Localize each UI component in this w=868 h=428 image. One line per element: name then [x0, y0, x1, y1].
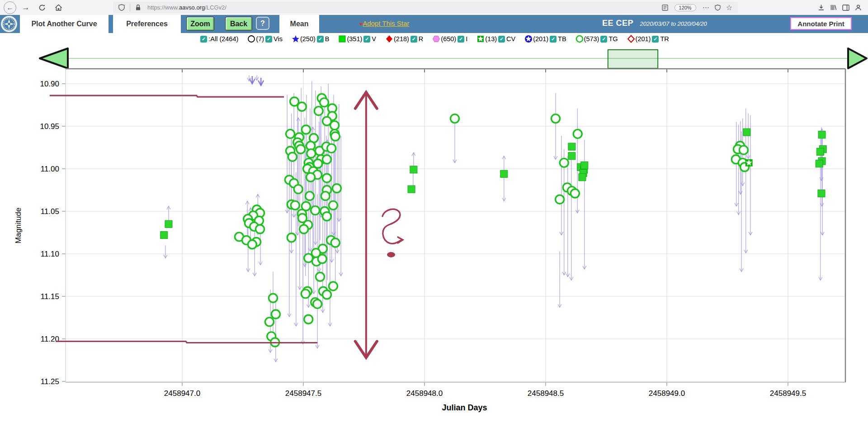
reader-view-icon[interactable]	[662, 5, 668, 11]
data-point-TG[interactable]	[571, 189, 579, 198]
library-icon[interactable]	[830, 4, 837, 11]
legend-checkbox-cv[interactable]: ✓	[498, 36, 505, 43]
data-point-TG[interactable]	[313, 300, 322, 308]
data-point-TG[interactable]	[307, 173, 315, 181]
data-point-TG[interactable]	[314, 107, 323, 115]
data-point-TG[interactable]	[322, 155, 331, 164]
data-point-TG[interactable]	[318, 255, 326, 263]
data-point-TG[interactable]	[321, 192, 330, 200]
legend-checkbox-tr[interactable]: ✓	[652, 36, 659, 43]
browser-chrome: ← → https://www.aavso.org/LCGv2/ 120% ⋯ …	[0, 0, 868, 15]
data-point-TG[interactable]	[287, 233, 296, 242]
data-point-TG[interactable]	[332, 184, 341, 193]
back-button[interactable]: Back	[225, 17, 252, 31]
data-point-TG[interactable]	[330, 121, 339, 130]
data-point-TG[interactable]	[322, 212, 331, 221]
data-point-V[interactable]	[743, 128, 750, 136]
legend-label: TR	[660, 35, 669, 43]
data-point-TG[interactable]	[297, 145, 305, 153]
url-bar[interactable]: https://www.aavso.org/LCGv2/ 120% ⋯ ☆	[113, 2, 738, 13]
legend-marker-tb-icon	[524, 35, 533, 43]
data-point-TG[interactable]	[286, 129, 295, 138]
data-point-TG[interactable]	[451, 114, 459, 123]
data-point-TG[interactable]	[739, 146, 748, 154]
data-point-V[interactable]	[408, 185, 415, 193]
legend-checkbox-vis[interactable]: ✓	[265, 36, 272, 43]
mean-button[interactable]: Mean	[279, 15, 319, 33]
data-point-TG[interactable]	[322, 290, 331, 299]
data-point-TG[interactable]	[256, 225, 264, 233]
data-point-TG[interactable]	[307, 149, 316, 158]
data-point-TG[interactable]	[331, 238, 340, 247]
data-point-TG[interactable]	[269, 294, 278, 302]
scroll-left-arrow[interactable]	[40, 48, 68, 68]
data-point-TG[interactable]	[291, 201, 299, 209]
data-point-TG[interactable]	[329, 201, 337, 209]
data-point-TG[interactable]	[329, 282, 337, 290]
zoom-level-button[interactable]: 120%	[675, 4, 696, 11]
data-point-V[interactable]	[579, 174, 586, 181]
data-point-TG[interactable]	[302, 125, 310, 134]
save-shield-icon[interactable]	[715, 5, 721, 11]
browser-forward-button[interactable]: →	[19, 2, 33, 14]
data-point-TG[interactable]	[560, 158, 568, 167]
data-point-TG[interactable]	[556, 195, 564, 204]
legend-checkbox-b[interactable]: ✓	[317, 36, 324, 43]
data-point-TG[interactable]	[551, 114, 560, 123]
data-point-TG[interactable]	[316, 272, 324, 281]
data-point-TG[interactable]	[305, 192, 314, 200]
data-point-V[interactable]	[165, 220, 172, 228]
data-point-V[interactable]	[500, 170, 508, 177]
legend-checkbox-v[interactable]: ✓	[363, 36, 370, 43]
data-point-V[interactable]	[160, 232, 168, 239]
data-point-TG[interactable]	[311, 206, 320, 215]
data-point-TG[interactable]	[331, 132, 340, 141]
data-point-TG[interactable]	[301, 290, 310, 298]
data-point-TG[interactable]	[265, 318, 274, 326]
data-point-V[interactable]	[581, 162, 588, 169]
browser-home-button[interactable]	[52, 2, 65, 14]
scroll-right-arrow[interactable]	[848, 48, 867, 68]
annotate-print-button[interactable]: Annotate Print	[790, 17, 852, 30]
browser-back-button[interactable]: ←	[4, 1, 16, 14]
data-point-V[interactable]	[816, 160, 823, 167]
light-curve-plot[interactable]: 10.9010.9511.0011.0511.1011.1511.2011.25…	[0, 0, 868, 428]
data-point-TG[interactable]	[573, 129, 582, 138]
data-point-TG[interactable]	[300, 225, 308, 233]
data-point-V[interactable]	[568, 143, 576, 150]
bookmark-star-icon[interactable]: ☆	[726, 3, 732, 12]
zoom-button[interactable]: Zoom	[186, 17, 214, 31]
data-point-V[interactable]	[816, 148, 824, 155]
data-point-V[interactable]	[568, 152, 576, 160]
preferences-button[interactable]: Preferences	[113, 15, 181, 33]
legend-count: (218)	[394, 35, 409, 43]
data-point-TG[interactable]	[327, 144, 336, 152]
legend-checkbox-i[interactable]: ✓	[458, 36, 464, 43]
data-point-TG[interactable]	[320, 98, 329, 107]
legend-checkbox-all[interactable]: ✓	[200, 36, 207, 43]
adopt-this-star-link[interactable]: ♥Adopt This Star	[359, 19, 409, 27]
data-point-V[interactable]	[818, 131, 826, 138]
legend-checkbox-tb[interactable]: ✓	[550, 36, 557, 43]
navigator-window[interactable]	[608, 50, 658, 68]
data-point-TG[interactable]	[271, 310, 280, 319]
legend-checkbox-r[interactable]: ✓	[410, 36, 417, 43]
data-point-TG[interactable]	[304, 315, 313, 323]
data-point-TG[interactable]	[294, 185, 302, 194]
plot-another-curve-button[interactable]: Plot Another Curve	[20, 15, 108, 33]
data-point-TG[interactable]	[248, 240, 256, 249]
legend-label: Vis	[274, 35, 283, 43]
data-point-TG[interactable]	[322, 174, 331, 182]
data-point-V[interactable]	[818, 190, 825, 197]
account-icon[interactable]	[855, 4, 862, 11]
downloads-icon[interactable]	[818, 4, 825, 11]
legend-checkbox-tg[interactable]: ✓	[600, 36, 607, 43]
browser-reload-button[interactable]	[35, 2, 49, 14]
data-point-TG[interactable]	[288, 152, 297, 161]
data-point-TG[interactable]	[297, 102, 306, 111]
help-button[interactable]: ?	[256, 17, 269, 30]
tracking-shield-icon[interactable]	[118, 4, 125, 11]
data-point-V[interactable]	[410, 166, 417, 173]
page-actions-icon[interactable]: ⋯	[703, 4, 709, 12]
sidebars-icon[interactable]	[842, 5, 849, 11]
